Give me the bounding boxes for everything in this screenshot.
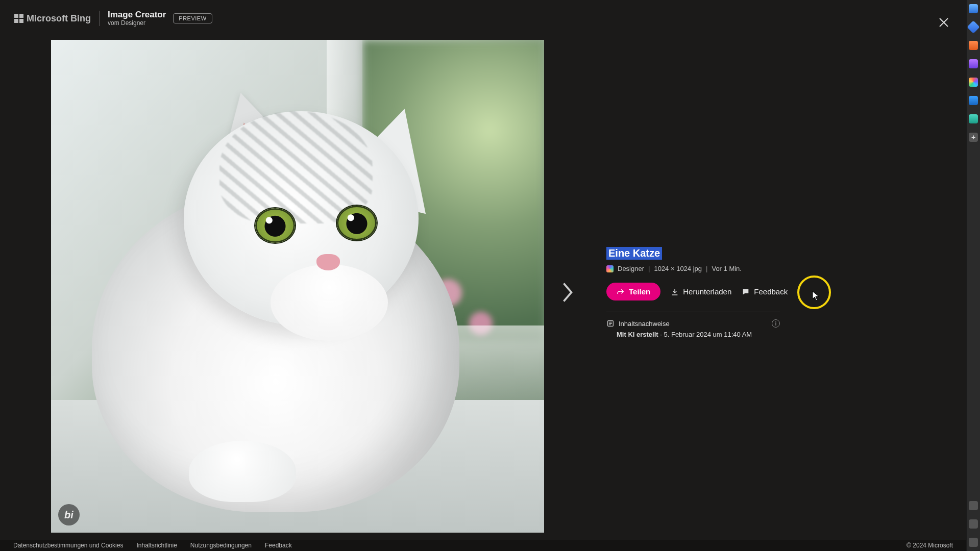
source-label[interactable]: Designer (618, 265, 644, 272)
footer: Datenschutzbestimmungen und Cookies Inha… (0, 540, 966, 551)
product-title: Image Creator (108, 10, 166, 20)
chevron-right-icon (560, 281, 575, 304)
product-subtitle: vom Designer (108, 20, 166, 27)
mouse-cursor-icon (812, 291, 819, 301)
sidebar-add-icon[interactable]: + (969, 133, 978, 142)
prompt-title[interactable]: Eine Katze (606, 247, 662, 260)
bing-logo[interactable]: Microsoft Bing (14, 13, 91, 24)
generated-image[interactable]: bi (51, 40, 544, 533)
sidebar-collapse-icon[interactable] (969, 501, 978, 510)
brand-text: Microsoft Bing (27, 13, 91, 24)
ai-generated-label: Mit KI erstellt (617, 331, 658, 338)
action-row: Teilen Herunterladen Feedback (606, 283, 780, 300)
image-age: Vor 1 Min. (712, 265, 742, 272)
download-icon (671, 288, 679, 296)
microsoft-grid-icon (14, 14, 23, 23)
feedback-button[interactable]: Feedback (742, 287, 788, 296)
sidebar-open-external-icon[interactable] (969, 519, 978, 529)
sidebar-settings-icon[interactable] (969, 538, 978, 547)
footer-link-feedback[interactable]: Feedback (265, 542, 292, 549)
provenance-icon (606, 319, 615, 328)
provenance-timestamp: 5. Februar 2024 um 11:40 AM (664, 331, 752, 338)
edge-sidebar: + (966, 0, 980, 551)
sidebar-drop-icon[interactable] (969, 114, 978, 123)
sidebar-m365-icon[interactable] (969, 78, 978, 87)
sidebar-games-icon[interactable] (969, 59, 978, 68)
sidebar-tools-icon[interactable] (969, 41, 978, 50)
meta-separator: | (706, 265, 707, 272)
details-panel: Eine Katze Designer | 1024 × 1024 jpg | … (606, 247, 780, 338)
footer-link-terms[interactable]: Nutzungsbedingungen (190, 542, 252, 549)
preview-badge: PREVIEW (173, 13, 212, 23)
share-button[interactable]: Teilen (606, 283, 660, 300)
download-label: Herunterladen (683, 287, 731, 296)
footer-link-content-policy[interactable]: Inhaltsrichtlinie (136, 542, 177, 549)
vertical-divider (99, 11, 100, 26)
close-button[interactable] (934, 12, 954, 33)
top-bar: Microsoft Bing Image Creator vom Designe… (0, 0, 966, 37)
image-dimensions: 1024 × 1024 jpg (654, 265, 702, 272)
sidebar-shopping-icon[interactable] (967, 20, 979, 33)
provenance-block: Inhaltsnachweise i Mit KI erstellt · 5. … (606, 319, 780, 338)
product-title-block[interactable]: Image Creator vom Designer (108, 10, 166, 27)
sidebar-outlook-icon[interactable] (969, 96, 978, 105)
feedback-label: Feedback (754, 287, 788, 296)
bing-image-watermark-icon: bi (58, 504, 80, 525)
share-label: Teilen (629, 287, 650, 296)
meta-row: Designer | 1024 × 1024 jpg | Vor 1 Min. (606, 265, 780, 272)
close-icon (938, 16, 950, 29)
feedback-icon (742, 288, 750, 296)
details-divider (606, 312, 780, 312)
designer-icon (606, 265, 614, 272)
provenance-heading: Inhaltsnachweise (619, 320, 670, 328)
share-icon (617, 288, 625, 296)
footer-copyright: © 2024 Microsoft (906, 542, 953, 549)
provenance-info-button[interactable]: i (772, 319, 780, 328)
next-image-button[interactable] (556, 276, 579, 309)
meta-separator: | (648, 265, 650, 272)
download-button[interactable]: Herunterladen (671, 287, 731, 296)
footer-link-privacy[interactable]: Datenschutzbestimmungen und Cookies (13, 542, 123, 549)
sidebar-search-icon[interactable] (969, 4, 978, 13)
